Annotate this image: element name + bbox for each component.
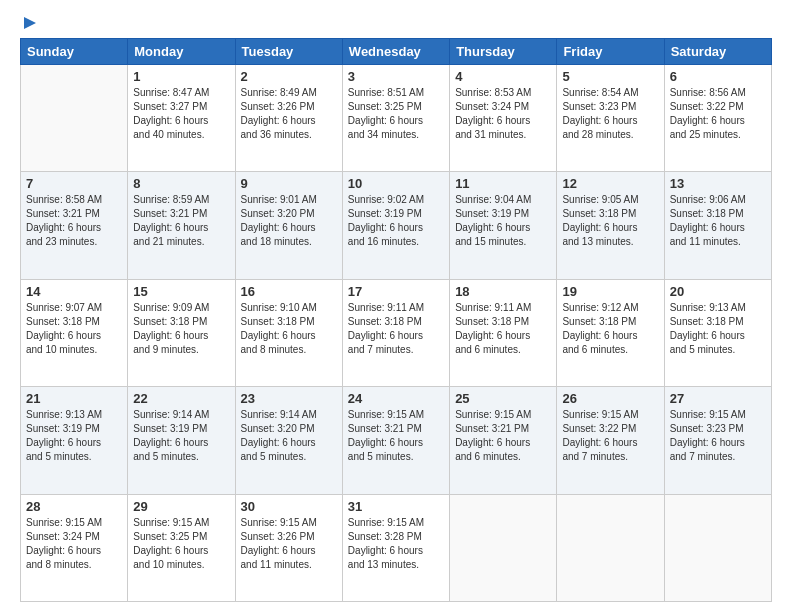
table-row: 13Sunrise: 9:06 AMSunset: 3:18 PMDayligh… <box>664 172 771 279</box>
day-number: 14 <box>26 284 122 299</box>
day-info: Sunrise: 8:58 AMSunset: 3:21 PMDaylight:… <box>26 193 122 249</box>
table-row <box>450 494 557 601</box>
table-row: 12Sunrise: 9:05 AMSunset: 3:18 PMDayligh… <box>557 172 664 279</box>
day-number: 20 <box>670 284 766 299</box>
day-info: Sunrise: 9:05 AMSunset: 3:18 PMDaylight:… <box>562 193 658 249</box>
day-number: 28 <box>26 499 122 514</box>
day-number: 4 <box>455 69 551 84</box>
table-row: 7Sunrise: 8:58 AMSunset: 3:21 PMDaylight… <box>21 172 128 279</box>
day-number: 19 <box>562 284 658 299</box>
col-friday: Friday <box>557 39 664 65</box>
table-row: 3Sunrise: 8:51 AMSunset: 3:25 PMDaylight… <box>342 65 449 172</box>
day-info: Sunrise: 9:15 AMSunset: 3:21 PMDaylight:… <box>455 408 551 464</box>
day-number: 31 <box>348 499 444 514</box>
day-number: 10 <box>348 176 444 191</box>
calendar-week-row: 14Sunrise: 9:07 AMSunset: 3:18 PMDayligh… <box>21 279 772 386</box>
day-info: Sunrise: 9:15 AMSunset: 3:24 PMDaylight:… <box>26 516 122 572</box>
day-number: 15 <box>133 284 229 299</box>
table-row: 15Sunrise: 9:09 AMSunset: 3:18 PMDayligh… <box>128 279 235 386</box>
table-row <box>557 494 664 601</box>
logo <box>20 18 38 30</box>
table-row <box>21 65 128 172</box>
table-row: 29Sunrise: 9:15 AMSunset: 3:25 PMDayligh… <box>128 494 235 601</box>
day-info: Sunrise: 9:14 AMSunset: 3:19 PMDaylight:… <box>133 408 229 464</box>
calendar-table: Sunday Monday Tuesday Wednesday Thursday… <box>20 38 772 602</box>
day-number: 30 <box>241 499 337 514</box>
table-row: 23Sunrise: 9:14 AMSunset: 3:20 PMDayligh… <box>235 387 342 494</box>
day-number: 16 <box>241 284 337 299</box>
day-info: Sunrise: 9:11 AMSunset: 3:18 PMDaylight:… <box>455 301 551 357</box>
table-row: 22Sunrise: 9:14 AMSunset: 3:19 PMDayligh… <box>128 387 235 494</box>
day-info: Sunrise: 8:47 AMSunset: 3:27 PMDaylight:… <box>133 86 229 142</box>
col-wednesday: Wednesday <box>342 39 449 65</box>
page: Sunday Monday Tuesday Wednesday Thursday… <box>0 0 792 612</box>
day-number: 17 <box>348 284 444 299</box>
table-row: 1Sunrise: 8:47 AMSunset: 3:27 PMDaylight… <box>128 65 235 172</box>
day-number: 21 <box>26 391 122 406</box>
calendar-header-row: Sunday Monday Tuesday Wednesday Thursday… <box>21 39 772 65</box>
day-info: Sunrise: 9:09 AMSunset: 3:18 PMDaylight:… <box>133 301 229 357</box>
header <box>20 18 772 30</box>
table-row: 17Sunrise: 9:11 AMSunset: 3:18 PMDayligh… <box>342 279 449 386</box>
day-info: Sunrise: 9:15 AMSunset: 3:25 PMDaylight:… <box>133 516 229 572</box>
day-info: Sunrise: 8:51 AMSunset: 3:25 PMDaylight:… <box>348 86 444 142</box>
day-number: 13 <box>670 176 766 191</box>
day-info: Sunrise: 9:15 AMSunset: 3:28 PMDaylight:… <box>348 516 444 572</box>
svg-marker-0 <box>24 17 36 29</box>
table-row: 14Sunrise: 9:07 AMSunset: 3:18 PMDayligh… <box>21 279 128 386</box>
day-info: Sunrise: 8:49 AMSunset: 3:26 PMDaylight:… <box>241 86 337 142</box>
day-number: 23 <box>241 391 337 406</box>
day-info: Sunrise: 9:12 AMSunset: 3:18 PMDaylight:… <box>562 301 658 357</box>
day-number: 18 <box>455 284 551 299</box>
table-row: 25Sunrise: 9:15 AMSunset: 3:21 PMDayligh… <box>450 387 557 494</box>
day-info: Sunrise: 8:59 AMSunset: 3:21 PMDaylight:… <box>133 193 229 249</box>
day-info: Sunrise: 9:15 AMSunset: 3:26 PMDaylight:… <box>241 516 337 572</box>
col-saturday: Saturday <box>664 39 771 65</box>
day-info: Sunrise: 9:15 AMSunset: 3:21 PMDaylight:… <box>348 408 444 464</box>
table-row: 24Sunrise: 9:15 AMSunset: 3:21 PMDayligh… <box>342 387 449 494</box>
day-info: Sunrise: 8:56 AMSunset: 3:22 PMDaylight:… <box>670 86 766 142</box>
day-number: 27 <box>670 391 766 406</box>
table-row: 20Sunrise: 9:13 AMSunset: 3:18 PMDayligh… <box>664 279 771 386</box>
table-row <box>664 494 771 601</box>
col-monday: Monday <box>128 39 235 65</box>
day-info: Sunrise: 9:04 AMSunset: 3:19 PMDaylight:… <box>455 193 551 249</box>
day-info: Sunrise: 9:14 AMSunset: 3:20 PMDaylight:… <box>241 408 337 464</box>
table-row: 31Sunrise: 9:15 AMSunset: 3:28 PMDayligh… <box>342 494 449 601</box>
day-number: 7 <box>26 176 122 191</box>
calendar-week-row: 1Sunrise: 8:47 AMSunset: 3:27 PMDaylight… <box>21 65 772 172</box>
day-number: 2 <box>241 69 337 84</box>
day-info: Sunrise: 9:01 AMSunset: 3:20 PMDaylight:… <box>241 193 337 249</box>
table-row: 5Sunrise: 8:54 AMSunset: 3:23 PMDaylight… <box>557 65 664 172</box>
day-number: 8 <box>133 176 229 191</box>
day-number: 6 <box>670 69 766 84</box>
day-info: Sunrise: 9:15 AMSunset: 3:23 PMDaylight:… <box>670 408 766 464</box>
table-row: 26Sunrise: 9:15 AMSunset: 3:22 PMDayligh… <box>557 387 664 494</box>
day-number: 12 <box>562 176 658 191</box>
day-info: Sunrise: 8:54 AMSunset: 3:23 PMDaylight:… <box>562 86 658 142</box>
col-sunday: Sunday <box>21 39 128 65</box>
table-row: 6Sunrise: 8:56 AMSunset: 3:22 PMDaylight… <box>664 65 771 172</box>
day-number: 1 <box>133 69 229 84</box>
logo-flag-icon <box>22 16 38 30</box>
col-tuesday: Tuesday <box>235 39 342 65</box>
col-thursday: Thursday <box>450 39 557 65</box>
calendar-week-row: 28Sunrise: 9:15 AMSunset: 3:24 PMDayligh… <box>21 494 772 601</box>
table-row: 8Sunrise: 8:59 AMSunset: 3:21 PMDaylight… <box>128 172 235 279</box>
table-row: 9Sunrise: 9:01 AMSunset: 3:20 PMDaylight… <box>235 172 342 279</box>
day-info: Sunrise: 9:07 AMSunset: 3:18 PMDaylight:… <box>26 301 122 357</box>
calendar-week-row: 21Sunrise: 9:13 AMSunset: 3:19 PMDayligh… <box>21 387 772 494</box>
table-row: 28Sunrise: 9:15 AMSunset: 3:24 PMDayligh… <box>21 494 128 601</box>
table-row: 2Sunrise: 8:49 AMSunset: 3:26 PMDaylight… <box>235 65 342 172</box>
table-row: 21Sunrise: 9:13 AMSunset: 3:19 PMDayligh… <box>21 387 128 494</box>
day-number: 29 <box>133 499 229 514</box>
day-number: 24 <box>348 391 444 406</box>
calendar-week-row: 7Sunrise: 8:58 AMSunset: 3:21 PMDaylight… <box>21 172 772 279</box>
table-row: 19Sunrise: 9:12 AMSunset: 3:18 PMDayligh… <box>557 279 664 386</box>
day-info: Sunrise: 9:10 AMSunset: 3:18 PMDaylight:… <box>241 301 337 357</box>
table-row: 4Sunrise: 8:53 AMSunset: 3:24 PMDaylight… <box>450 65 557 172</box>
day-info: Sunrise: 9:06 AMSunset: 3:18 PMDaylight:… <box>670 193 766 249</box>
day-info: Sunrise: 9:15 AMSunset: 3:22 PMDaylight:… <box>562 408 658 464</box>
day-number: 22 <box>133 391 229 406</box>
table-row: 30Sunrise: 9:15 AMSunset: 3:26 PMDayligh… <box>235 494 342 601</box>
